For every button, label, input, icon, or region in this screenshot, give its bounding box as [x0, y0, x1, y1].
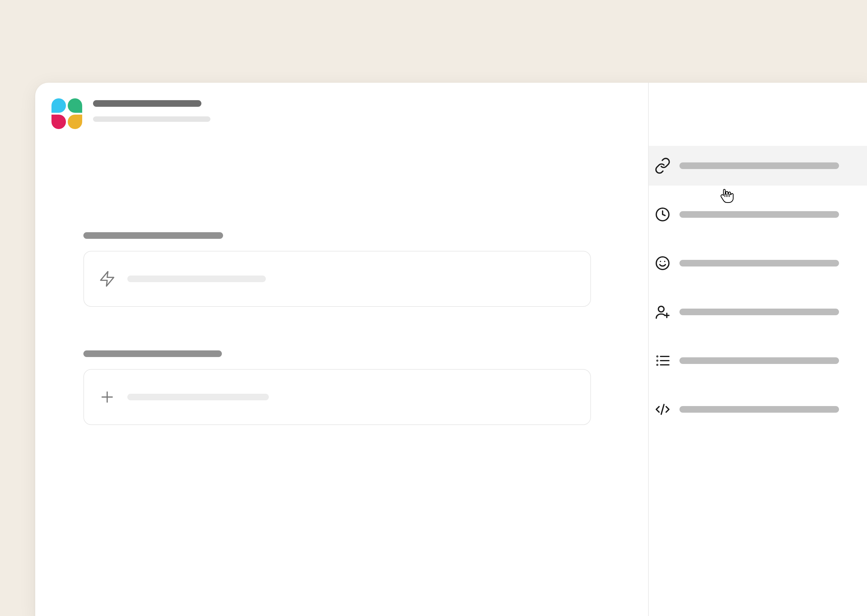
app-logo-icon — [50, 98, 84, 132]
lightning-icon — [98, 270, 116, 288]
sidebar-item-scheduled[interactable] — [649, 195, 867, 234]
sidebar-item-link[interactable] — [649, 146, 867, 185]
svg-line-16 — [661, 405, 664, 415]
sidebar-item-label — [679, 309, 839, 315]
smile-icon — [654, 255, 671, 272]
app-header — [50, 98, 633, 132]
sidebar-item-reaction[interactable] — [649, 244, 867, 283]
card-text — [127, 275, 266, 282]
section-heading — [84, 232, 223, 239]
sidebar-item-label — [679, 162, 839, 169]
sidebar-item-label — [679, 260, 839, 267]
sidebar-item-webhook[interactable] — [649, 390, 867, 429]
main-area — [35, 83, 649, 616]
section-heading — [84, 350, 222, 357]
svg-point-14 — [657, 360, 657, 361]
add-step-card[interactable] — [84, 369, 591, 425]
svg-point-4 — [656, 257, 669, 269]
svg-point-7 — [658, 306, 664, 312]
sidebar-item-list[interactable] — [649, 341, 867, 380]
sidebar-item-label — [679, 406, 839, 413]
plus-icon — [98, 388, 116, 406]
app-subtitle — [93, 116, 210, 122]
user-plus-icon — [654, 303, 671, 321]
svg-point-13 — [657, 356, 657, 357]
clock-icon — [654, 206, 671, 223]
app-title — [93, 100, 202, 107]
options-sidebar — [649, 83, 867, 616]
card-text — [127, 394, 269, 400]
list-icon — [654, 352, 671, 369]
trigger-card[interactable] — [84, 251, 591, 307]
sidebar-item-label — [679, 211, 839, 218]
app-window — [35, 83, 867, 616]
link-icon — [654, 157, 671, 174]
sidebar-item-label — [679, 357, 839, 364]
sidebar-item-user-joins[interactable] — [649, 292, 867, 332]
svg-marker-0 — [101, 272, 114, 286]
svg-point-15 — [657, 365, 657, 365]
code-icon — [654, 401, 671, 418]
